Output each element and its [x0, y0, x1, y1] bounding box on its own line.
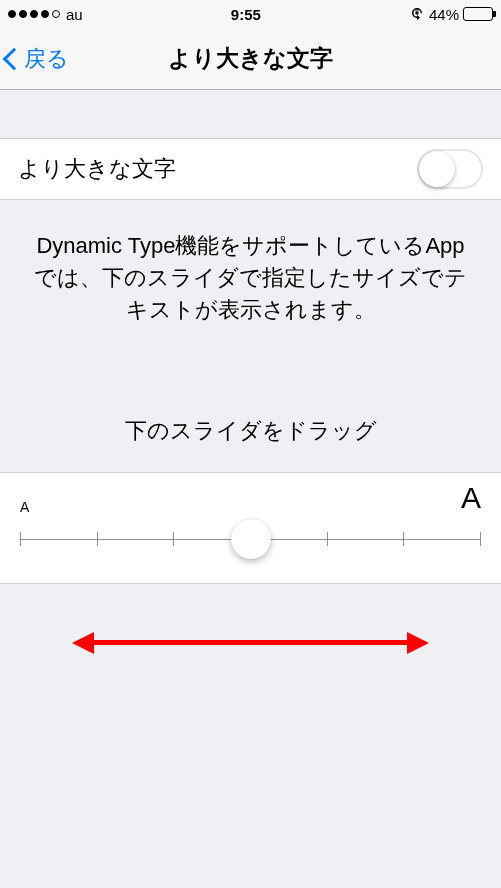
- slider-max-label: A: [461, 481, 481, 515]
- larger-text-toggle[interactable]: [417, 149, 483, 189]
- page-title: より大きな文字: [168, 43, 333, 74]
- battery-percent: 44%: [429, 6, 459, 23]
- toggle-knob: [419, 151, 455, 187]
- annotation-arrow-icon: [90, 640, 411, 645]
- back-label: 戻る: [24, 44, 69, 74]
- svg-rect-0: [415, 12, 418, 15]
- signal-strength-icon: [8, 10, 60, 18]
- slider-min-label: A: [20, 499, 29, 515]
- orientation-lock-icon: [409, 6, 425, 22]
- chevron-left-icon: [3, 47, 26, 70]
- text-size-slider-section: A A: [0, 472, 501, 584]
- slider-thumb[interactable]: [231, 519, 271, 559]
- larger-text-label: より大きな文字: [18, 154, 176, 184]
- battery-icon: [463, 7, 493, 21]
- back-button[interactable]: 戻る: [6, 28, 69, 89]
- nav-bar: 戻る より大きな文字: [0, 28, 501, 90]
- dynamic-type-description: Dynamic Type機能をサポートしているAppでは、下のスライダで指定した…: [0, 200, 501, 326]
- drag-hint-label: 下のスライダをドラッグ: [0, 416, 501, 472]
- larger-text-row: より大きな文字: [0, 138, 501, 200]
- status-bar: au 9:55 44%: [0, 0, 501, 28]
- text-size-slider[interactable]: [20, 521, 481, 557]
- status-time: 9:55: [231, 6, 261, 23]
- carrier-label: au: [66, 6, 83, 23]
